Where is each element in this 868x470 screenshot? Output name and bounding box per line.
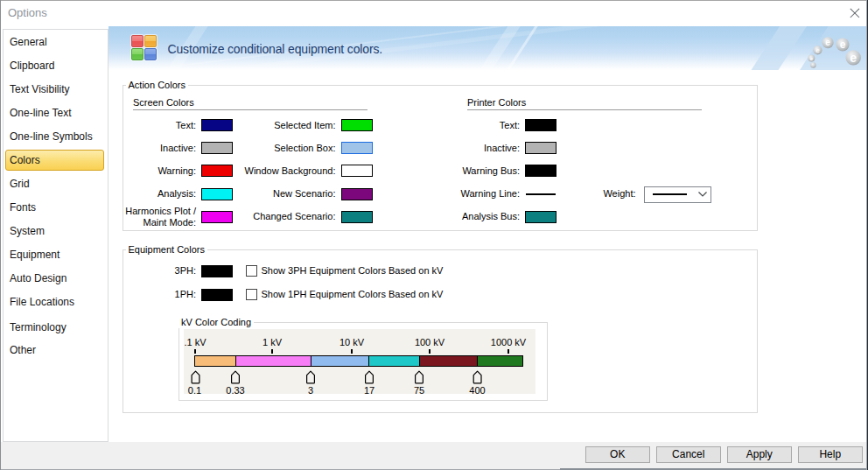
svg-text:e: e	[840, 39, 846, 51]
svg-text:e: e	[825, 38, 830, 47]
svg-text:e: e	[850, 51, 857, 65]
svg-text:e: e	[816, 46, 820, 54]
